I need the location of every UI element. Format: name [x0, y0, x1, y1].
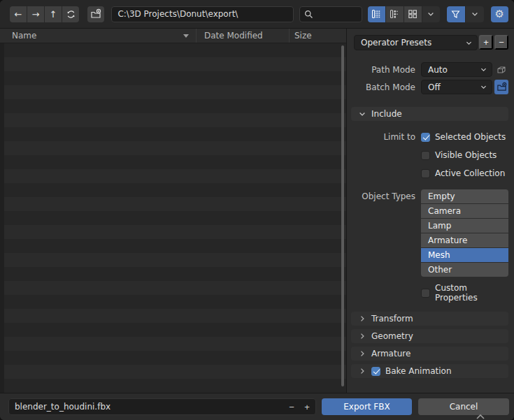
export-dialog-window: ← → ↑	[0, 0, 514, 420]
chevron-right-icon	[358, 332, 366, 340]
thumbnail-view-button[interactable]	[404, 6, 422, 22]
file-row	[4, 295, 346, 309]
parent-directory-button[interactable]: ↑	[45, 6, 62, 22]
object-type-option-lamp[interactable]: Lamp	[421, 219, 508, 233]
export-fbx-button[interactable]: Export FBX	[322, 398, 412, 415]
file-row	[4, 365, 346, 379]
option-label: Empty	[428, 191, 455, 201]
gear-icon: ⚙	[495, 8, 504, 20]
option-label: Camera	[428, 206, 461, 216]
file-row	[4, 337, 346, 351]
batch-own-dir-button[interactable]	[494, 80, 508, 94]
active-collection-checkbox[interactable]	[421, 169, 430, 178]
option-label: Lamp	[428, 221, 451, 231]
add-preset-button[interactable]: +	[479, 35, 493, 50]
detailed-list-icon	[389, 8, 400, 20]
batch-mode-dropdown[interactable]: Off	[421, 80, 492, 94]
chevron-down-icon	[465, 39, 473, 47]
create-new-directory-button[interactable]	[87, 6, 104, 22]
chevron-right-icon	[358, 349, 366, 358]
filter-toggle-button[interactable]	[447, 6, 465, 22]
cancel-button[interactable]: Cancel	[418, 398, 509, 415]
dropdown-value: Operator Presets	[361, 38, 465, 48]
limit-to-row-2: Visible Objects	[351, 147, 508, 163]
file-row	[4, 225, 346, 239]
object-type-option-empty[interactable]: Empty	[421, 189, 508, 203]
decrement-filename-button[interactable]: −	[285, 400, 298, 413]
option-label: Mesh	[428, 250, 450, 260]
back-button[interactable]: ←	[10, 6, 27, 22]
section-title: Bake Animation	[385, 366, 451, 376]
file-row	[4, 43, 346, 57]
settings-button[interactable]: ⚙	[491, 6, 508, 22]
bake-animation-section-header[interactable]: Bake Animation	[351, 364, 508, 378]
armature-section-header[interactable]: Armature	[351, 347, 508, 361]
file-row	[4, 141, 346, 155]
search-input[interactable]	[299, 6, 362, 22]
object-types-list: Empty Camera Lamp Armature Mesh Other	[421, 189, 508, 277]
file-row	[4, 57, 346, 71]
file-row	[4, 155, 346, 169]
increment-filename-button[interactable]: +	[301, 400, 313, 413]
plus-icon: +	[304, 402, 310, 412]
operator-presets-dropdown[interactable]: Operator Presets	[354, 35, 478, 50]
file-row	[4, 99, 346, 113]
column-header-size[interactable]: Size	[289, 29, 346, 43]
embed-textures-button[interactable]	[494, 62, 508, 77]
checkbox-label: Visible Objects	[435, 150, 497, 160]
section-title: Include	[371, 109, 402, 119]
file-row	[4, 127, 346, 141]
section-title: Transform	[371, 314, 413, 324]
geometry-section-header[interactable]: Geometry	[351, 329, 508, 343]
file-row	[4, 239, 346, 253]
include-section-header[interactable]: Include	[351, 107, 508, 121]
filename-input[interactable]	[8, 398, 316, 415]
minus-icon: −	[499, 37, 504, 48]
box-icon	[496, 64, 507, 75]
file-list[interactable]	[0, 43, 346, 393]
directory-path-input[interactable]	[111, 6, 293, 22]
file-list-scrollbar[interactable]	[341, 45, 344, 386]
object-types-row: Object Types Empty Camera Lamp Armature …	[351, 189, 508, 277]
back-arrow-icon: ←	[15, 9, 22, 20]
object-type-option-camera[interactable]: Camera	[421, 204, 508, 218]
display-settings-dropdown[interactable]	[422, 6, 440, 22]
remove-preset-button[interactable]: −	[494, 35, 508, 50]
bake-animation-checkbox[interactable]	[371, 367, 380, 376]
transform-section-header[interactable]: Transform	[351, 312, 508, 326]
forward-button[interactable]: →	[27, 6, 44, 22]
selected-objects-checkbox[interactable]	[421, 133, 430, 142]
dropdown-value: Off	[428, 82, 480, 92]
chevron-up-icon	[475, 413, 486, 420]
column-header-date-modified[interactable]: Date Modified	[196, 29, 289, 43]
new-folder-icon	[90, 8, 101, 20]
display-mode-buttons	[368, 6, 440, 22]
new-folder-icon	[497, 82, 507, 92]
chevron-down-icon	[480, 66, 487, 73]
object-type-option-armature[interactable]: Armature	[421, 233, 508, 247]
refresh-button[interactable]	[62, 6, 79, 22]
minus-icon: −	[289, 402, 294, 412]
object-type-option-mesh[interactable]: Mesh	[421, 248, 508, 262]
horizontal-list-view-button[interactable]	[386, 6, 404, 22]
filter-buttons	[447, 6, 484, 22]
file-row	[4, 309, 346, 323]
filter-settings-dropdown[interactable]	[466, 6, 484, 22]
funnel-icon	[450, 9, 461, 20]
custom-properties-checkbox[interactable]	[421, 289, 430, 298]
file-browser-toolbar: ← → ↑	[0, 0, 514, 29]
filename-box: − +	[8, 398, 316, 415]
file-row	[4, 113, 346, 127]
object-types-label: Object Types	[351, 189, 415, 203]
limit-to-row-1: Limit to Selected Objects	[351, 129, 508, 145]
file-list-region: Name Date Modified Size	[0, 29, 347, 393]
expand-region-handle[interactable]	[475, 413, 486, 420]
vertical-list-view-button[interactable]	[368, 6, 385, 22]
path-mode-dropdown[interactable]: Auto	[421, 62, 492, 77]
file-list-column-headers: Name Date Modified Size	[0, 29, 346, 43]
file-row	[4, 169, 346, 183]
export-options-panel: Operator Presets + − Path Mode Auto	[347, 29, 514, 393]
object-type-option-other[interactable]: Other	[421, 263, 508, 277]
column-header-name[interactable]: Name	[0, 29, 196, 43]
visible-objects-checkbox[interactable]	[421, 151, 430, 160]
